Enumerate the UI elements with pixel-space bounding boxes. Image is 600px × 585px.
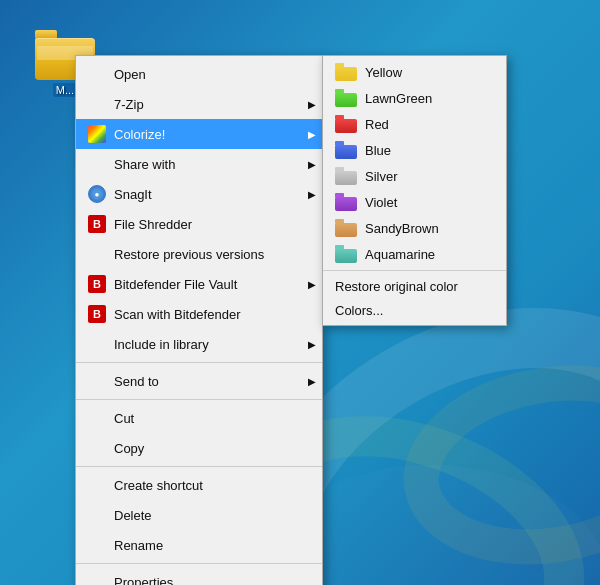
separator-1: [76, 362, 322, 363]
7zip-icon-area: [86, 93, 108, 115]
b-icon: B: [88, 215, 106, 233]
submenu-item-sandybrown[interactable]: SandyBrown: [323, 215, 506, 241]
menu-item-bitdefender-vault[interactable]: B Bitdefender File Vault ▶: [76, 269, 322, 299]
delete-icon-area: [86, 504, 108, 526]
7zip-arrow-icon: ▶: [308, 99, 316, 110]
7zip-label: 7-Zip: [114, 97, 306, 112]
submenu-item-blue[interactable]: Blue: [323, 137, 506, 163]
snagit-label: SnagIt: [114, 187, 306, 202]
menu-item-send-to[interactable]: Send to ▶: [76, 366, 322, 396]
separator-4: [76, 563, 322, 564]
b-icon-3: B: [88, 305, 106, 323]
color-label-silver: Silver: [365, 169, 398, 184]
context-menu: Open 7-Zip ▶ Colorize! ▶ Share with ▶ ●: [75, 55, 323, 585]
color-folder-blue: [335, 141, 357, 159]
restore-original-label: Restore original color: [335, 279, 458, 294]
separator-3: [76, 466, 322, 467]
color-folder-violet: [335, 193, 357, 211]
submenu-item-lawngreen[interactable]: LawnGreen: [323, 85, 506, 111]
globe-icon: ●: [88, 185, 106, 203]
menu-item-include-library[interactable]: Include in library ▶: [76, 329, 322, 359]
submenu-item-restore-original[interactable]: Restore original color: [323, 274, 506, 298]
rainbow-icon: [88, 125, 106, 143]
menu-item-create-shortcut[interactable]: Create shortcut: [76, 470, 322, 500]
submenu-item-aquamarine[interactable]: Aquamarine: [323, 241, 506, 267]
color-label-lawngreen: LawnGreen: [365, 91, 432, 106]
copy-icon-area: [86, 437, 108, 459]
submenu-item-colors[interactable]: Colors...: [323, 298, 506, 322]
restore-versions-label: Restore previous versions: [114, 247, 306, 262]
scan-bitdefender-icon: B: [86, 303, 108, 325]
file-shredder-icon: B: [86, 213, 108, 235]
menu-item-restore-versions[interactable]: Restore previous versions: [76, 239, 322, 269]
create-shortcut-label: Create shortcut: [114, 478, 306, 493]
color-label-yellow: Yellow: [365, 65, 402, 80]
create-shortcut-icon-area: [86, 474, 108, 496]
submenu-separator-1: [323, 270, 506, 271]
cut-icon-area: [86, 407, 108, 429]
color-folder-silver: [335, 167, 357, 185]
color-label-blue: Blue: [365, 143, 391, 158]
send-to-icon-area: [86, 370, 108, 392]
folder-label: M...: [53, 83, 77, 97]
rename-icon-area: [86, 534, 108, 556]
properties-icon-area: [86, 571, 108, 585]
include-library-icon-area: [86, 333, 108, 355]
open-label: Open: [114, 67, 306, 82]
restore-versions-icon-area: [86, 243, 108, 265]
colorize-submenu: YellowLawnGreenRedBlueSilverVioletSandyB…: [322, 55, 507, 326]
bitdefender-vault-icon: B: [86, 273, 108, 295]
open-icon-area: [86, 63, 108, 85]
send-to-arrow-icon: ▶: [308, 376, 316, 387]
rename-label: Rename: [114, 538, 306, 553]
submenu-item-red[interactable]: Red: [323, 111, 506, 137]
submenu-colors-list: YellowLawnGreenRedBlueSilverVioletSandyB…: [323, 59, 506, 267]
file-shredder-label: File Shredder: [114, 217, 306, 232]
delete-label: Delete: [114, 508, 306, 523]
menu-item-cut[interactable]: Cut: [76, 403, 322, 433]
colorize-icon: [86, 123, 108, 145]
properties-label: Properties: [114, 575, 306, 586]
submenu-item-yellow[interactable]: Yellow: [323, 59, 506, 85]
send-to-label: Send to: [114, 374, 306, 389]
b-icon-2: B: [88, 275, 106, 293]
include-library-label: Include in library: [114, 337, 306, 352]
scan-bitdefender-label: Scan with Bitdefender: [114, 307, 306, 322]
color-label-red: Red: [365, 117, 389, 132]
submenu-item-silver[interactable]: Silver: [323, 163, 506, 189]
colors-label: Colors...: [335, 303, 383, 318]
share-with-label: Share with: [114, 157, 306, 172]
bitdefender-vault-arrow-icon: ▶: [308, 279, 316, 290]
menu-item-copy[interactable]: Copy: [76, 433, 322, 463]
share-icon-area: [86, 153, 108, 175]
share-arrow-icon: ▶: [308, 159, 316, 170]
menu-item-snagit[interactable]: ● SnagIt ▶: [76, 179, 322, 209]
copy-label: Copy: [114, 441, 306, 456]
menu-item-scan-bitdefender[interactable]: B Scan with Bitdefender: [76, 299, 322, 329]
desktop: M... Open 7-Zip ▶ Colorize! ▶ Share with…: [0, 0, 600, 585]
separator-2: [76, 399, 322, 400]
colorize-arrow-icon: ▶: [308, 129, 316, 140]
menu-item-share-with[interactable]: Share with ▶: [76, 149, 322, 179]
menu-item-rename[interactable]: Rename: [76, 530, 322, 560]
include-library-arrow-icon: ▶: [308, 339, 316, 350]
menu-item-properties[interactable]: Properties: [76, 567, 322, 585]
cut-label: Cut: [114, 411, 306, 426]
menu-item-open[interactable]: Open: [76, 59, 322, 89]
submenu-item-violet[interactable]: Violet: [323, 189, 506, 215]
menu-item-file-shredder[interactable]: B File Shredder: [76, 209, 322, 239]
color-folder-lawngreen: [335, 89, 357, 107]
color-folder-aquamarine: [335, 245, 357, 263]
menu-item-colorize[interactable]: Colorize! ▶: [76, 119, 322, 149]
snagit-arrow-icon: ▶: [308, 189, 316, 200]
menu-item-7zip[interactable]: 7-Zip ▶: [76, 89, 322, 119]
color-folder-yellow: [335, 63, 357, 81]
colorize-label: Colorize!: [114, 127, 306, 142]
menu-item-delete[interactable]: Delete: [76, 500, 322, 530]
color-label-sandybrown: SandyBrown: [365, 221, 439, 236]
color-label-aquamarine: Aquamarine: [365, 247, 435, 262]
snagit-icon: ●: [86, 183, 108, 205]
bitdefender-vault-label: Bitdefender File Vault: [114, 277, 306, 292]
color-folder-sandybrown: [335, 219, 357, 237]
color-label-violet: Violet: [365, 195, 397, 210]
